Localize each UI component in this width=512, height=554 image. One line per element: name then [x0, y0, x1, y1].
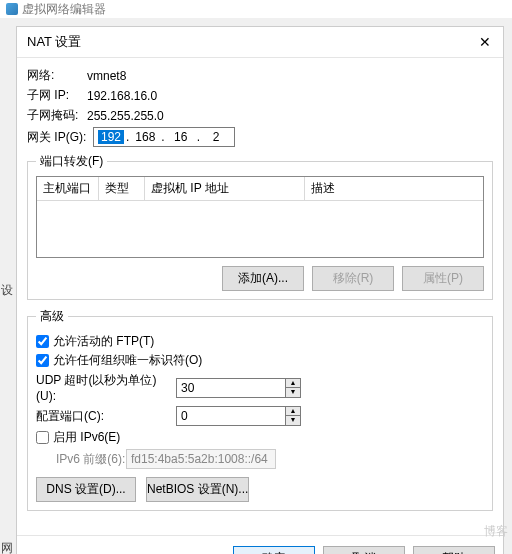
config-port-input[interactable]	[176, 406, 286, 426]
outer-text-left: 设	[1, 282, 13, 299]
udp-timeout-label: UDP 超时(以秒为单位)(U):	[36, 372, 176, 403]
background-panel: NAT 设置 ✕ 网络:vmnet8 子网 IP:192.168.16.0 子网…	[0, 18, 512, 554]
ipv6-checkbox[interactable]	[36, 431, 49, 444]
ftp-checkbox[interactable]	[36, 335, 49, 348]
udp-timeout-spinner[interactable]: ▲▼	[176, 378, 301, 398]
app-title-text: 虚拟网络编辑器	[22, 1, 106, 18]
help-button[interactable]: 帮助	[413, 546, 495, 554]
netbios-settings-button[interactable]: NetBIOS 设置(N)...	[146, 477, 249, 502]
cancel-button[interactable]: 取消	[323, 546, 405, 554]
outer-text-bottom: 网	[1, 540, 13, 554]
config-port-spinner[interactable]: ▲▼	[176, 406, 301, 426]
col-vm-ip[interactable]: 虚拟机 IP 地址	[145, 177, 305, 201]
dialog-titlebar: NAT 设置 ✕	[17, 27, 503, 58]
network-value: vmnet8	[87, 69, 126, 83]
app-icon	[6, 3, 18, 15]
udp-timeout-input[interactable]	[176, 378, 286, 398]
spinner-up-icon[interactable]: ▲	[286, 379, 300, 388]
network-label: 网络:	[27, 67, 87, 84]
port-forward-legend: 端口转发(F)	[36, 153, 107, 170]
ipv6-label: 启用 IPv6(E)	[53, 429, 120, 446]
close-icon[interactable]: ✕	[477, 34, 493, 50]
gateway-octet-3[interactable]	[167, 130, 195, 144]
oui-label: 允许任何组织唯一标识符(O)	[53, 352, 202, 369]
spinner-down-icon[interactable]: ▼	[286, 416, 300, 425]
col-type[interactable]: 类型	[99, 177, 145, 201]
gateway-octet-1[interactable]: 192	[98, 130, 124, 144]
advanced-group: 高级 允许活动的 FTP(T) 允许任何组织唯一标识符(O) UDP 超时(以秒…	[27, 308, 493, 511]
config-port-label: 配置端口(C):	[36, 408, 176, 425]
gateway-ip-input[interactable]: 192. . .	[93, 127, 235, 147]
mask-value: 255.255.255.0	[87, 109, 164, 123]
ftp-checkbox-row[interactable]: 允许活动的 FTP(T)	[36, 333, 484, 350]
properties-button: 属性(P)	[402, 266, 484, 291]
port-forward-table[interactable]: 主机端口 类型 虚拟机 IP 地址 描述	[36, 176, 484, 258]
col-desc[interactable]: 描述	[305, 177, 483, 201]
gateway-octet-4[interactable]	[202, 130, 230, 144]
ipv6-checkbox-row[interactable]: 启用 IPv6(E)	[36, 429, 484, 446]
dns-settings-button[interactable]: DNS 设置(D)...	[36, 477, 136, 502]
advanced-legend: 高级	[36, 308, 68, 325]
ipv6-prefix-label: IPv6 前缀(6):	[36, 451, 126, 468]
add-button[interactable]: 添加(A)...	[222, 266, 304, 291]
spinner-up-icon[interactable]: ▲	[286, 407, 300, 416]
nat-dialog: NAT 设置 ✕ 网络:vmnet8 子网 IP:192.168.16.0 子网…	[16, 26, 504, 554]
table-body[interactable]	[37, 201, 483, 257]
dialog-footer: 确定 取消 帮助	[17, 535, 503, 554]
ftp-label: 允许活动的 FTP(T)	[53, 333, 154, 350]
oui-checkbox-row[interactable]: 允许任何组织唯一标识符(O)	[36, 352, 484, 369]
ok-button[interactable]: 确定	[233, 546, 315, 554]
app-titlebar: 虚拟网络编辑器	[0, 0, 512, 18]
table-header: 主机端口 类型 虚拟机 IP 地址 描述	[37, 177, 483, 201]
port-forward-group: 端口转发(F) 主机端口 类型 虚拟机 IP 地址 描述 添加(A)... 移除…	[27, 153, 493, 300]
remove-button: 移除(R)	[312, 266, 394, 291]
subnet-value: 192.168.16.0	[87, 89, 157, 103]
dialog-title: NAT 设置	[27, 33, 81, 51]
oui-checkbox[interactable]	[36, 354, 49, 367]
col-hostport[interactable]: 主机端口	[37, 177, 99, 201]
gateway-octet-2[interactable]	[131, 130, 159, 144]
spinner-down-icon[interactable]: ▼	[286, 388, 300, 397]
ipv6-prefix-input	[126, 449, 276, 469]
mask-label: 子网掩码:	[27, 107, 87, 124]
subnet-label: 子网 IP:	[27, 87, 87, 104]
gateway-label: 网关 IP(G):	[27, 129, 93, 146]
